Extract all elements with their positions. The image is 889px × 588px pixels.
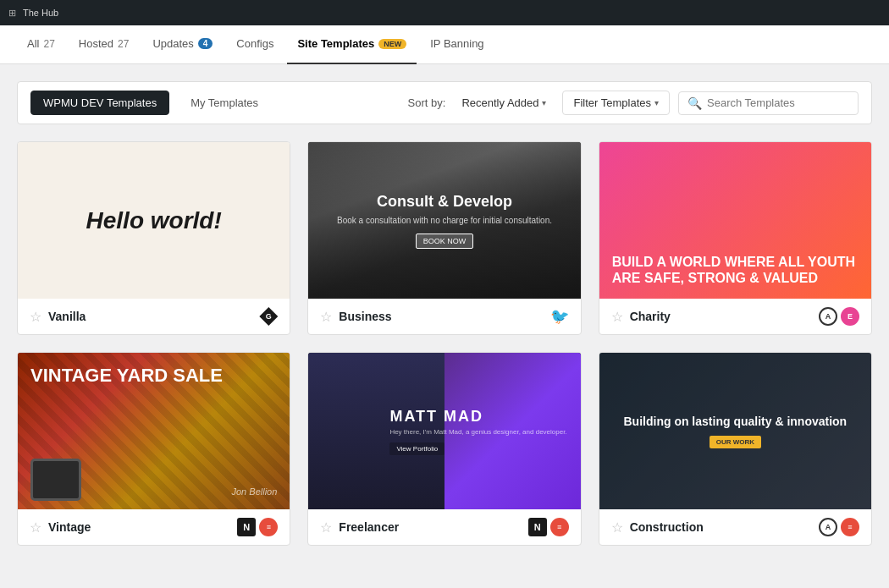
- template-card-business[interactable]: Consult & Develop Book a consultation wi…: [307, 141, 581, 335]
- card-badges-freelancer: N ≡: [528, 518, 569, 536]
- template-thumb-construction: Building on lasting quality & innovation…: [599, 353, 871, 509]
- gutenberg-icon: G: [259, 307, 278, 326]
- business-subtitle: Book a consultation with no charge for i…: [337, 216, 552, 225]
- nav-count-hosted: 27: [118, 38, 129, 50]
- n-icon-vintage: N: [237, 518, 256, 536]
- card-badges-vintage: N ≡: [237, 518, 278, 536]
- construction-btn: OUR WORK: [710, 436, 761, 448]
- avada-icon-construction: A: [819, 518, 837, 536]
- filter-templates-button[interactable]: Filter Templates ▾: [562, 91, 670, 115]
- nav-label-site-templates: Site Templates: [297, 37, 374, 50]
- template-thumb-freelancer: MATT MAD Hey there, I'm Matt Mad, a geni…: [308, 353, 580, 509]
- template-thumb-business: Consult & Develop Book a consultation wi…: [308, 142, 580, 299]
- card-name-freelancer: Freelancer: [339, 520, 521, 534]
- nav-item-site-templates[interactable]: Site Templates NEW: [287, 25, 417, 64]
- nav-item-updates[interactable]: Updates 4: [142, 25, 223, 64]
- admin-bar: ⊞ The Hub: [0, 0, 889, 25]
- vanilla-headline: Hello world!: [86, 207, 222, 234]
- nav-label-all: All: [27, 37, 39, 50]
- freelancer-content: MATT MAD Hey there, I'm Matt Mad, a geni…: [389, 408, 566, 455]
- freelancer-btn[interactable]: View Portfolio: [389, 442, 444, 455]
- template-card-construction[interactable]: Building on lasting quality & innovation…: [599, 352, 872, 546]
- nav-item-hosted[interactable]: Hosted 27: [69, 25, 140, 64]
- card-badges-vanilla: G: [259, 307, 278, 326]
- star-icon-vintage[interactable]: ☆: [30, 519, 41, 536]
- card-footer-vintage: ☆ Vintage N ≡: [18, 509, 290, 545]
- sort-dropdown[interactable]: Recently Added ▾: [454, 92, 554, 113]
- template-thumb-vanilla: Hello world!: [18, 142, 290, 299]
- construction-title: Building on lasting quality & innovation: [624, 414, 848, 429]
- search-icon: 🔍: [687, 96, 702, 110]
- template-card-vintage[interactable]: Vintage Yard Sale Jon Bellion ☆ Vintage …: [17, 352, 290, 546]
- elementor-icon: E: [841, 307, 859, 326]
- search-input[interactable]: [707, 96, 849, 109]
- construction-content: Building on lasting quality & innovation…: [599, 353, 871, 509]
- nav-label-updates: Updates: [152, 37, 193, 50]
- vintage-title: Vintage Yard Sale: [30, 365, 277, 386]
- card-name-vanilla: Vanilla: [48, 310, 252, 323]
- n-icon-freelancer: N: [528, 518, 547, 536]
- card-name-construction: Construction: [630, 520, 812, 534]
- nav-item-configs[interactable]: Configs: [226, 25, 284, 64]
- template-card-charity[interactable]: BUILD A WORLD WHERE ALL YOUTH ARE SAFE, …: [599, 141, 872, 335]
- template-thumb-charity: BUILD A WORLD WHERE ALL YOUTH ARE SAFE, …: [599, 142, 871, 299]
- card-footer-construction: ☆ Construction A ≡: [599, 509, 871, 545]
- chevron-down-icon-filter: ▾: [654, 98, 659, 107]
- business-btn: BOOK NOW: [416, 234, 474, 249]
- layers-icon-vintage: ≡: [259, 518, 278, 536]
- star-icon-construction[interactable]: ☆: [611, 519, 623, 536]
- nav-badge-updates: 4: [198, 38, 213, 49]
- sort-label: Sort by:: [408, 96, 446, 109]
- card-badges-charity: A E: [819, 307, 859, 326]
- search-box[interactable]: 🔍: [678, 91, 859, 115]
- card-footer-vanilla: ☆ Vanilla G: [18, 299, 290, 334]
- wp-logo: ⊞: [8, 8, 16, 19]
- toolbar: WPMU DEV Templates My Templates Sort by:…: [17, 81, 872, 124]
- vintage-tv-shape: [30, 459, 81, 501]
- nav-badge-new: NEW: [378, 39, 406, 49]
- card-footer-charity: ☆ Charity A E: [599, 299, 871, 334]
- filter-label: Filter Templates: [573, 96, 651, 109]
- star-icon-vanilla[interactable]: ☆: [30, 309, 41, 325]
- nav-label-ip-banning: IP Banning: [430, 37, 483, 50]
- business-title: Consult & Develop: [377, 193, 512, 211]
- card-name-business: Business: [339, 310, 543, 323]
- nav-count-all: 27: [43, 38, 54, 50]
- chevron-down-icon: ▾: [542, 98, 546, 107]
- star-icon-charity[interactable]: ☆: [611, 309, 623, 325]
- freelancer-tagline: Hey there, I'm Matt Mad, a genius design…: [389, 428, 566, 436]
- business-content: Consult & Develop Book a consultation wi…: [308, 142, 580, 299]
- nav-item-all[interactable]: All 27: [17, 25, 65, 64]
- template-card-vanilla[interactable]: Hello world! ☆ Vanilla G: [17, 141, 290, 335]
- main-nav: All 27 Hosted 27 Updates 4 Configs Site …: [0, 25, 889, 64]
- card-badges-construction: A ≡: [819, 518, 859, 536]
- template-thumb-vintage: Vintage Yard Sale Jon Bellion: [18, 353, 290, 509]
- tab-my-templates[interactable]: My Templates: [178, 91, 271, 115]
- main-content: WPMU DEV Templates My Templates Sort by:…: [0, 64, 889, 588]
- card-name-vintage: Vintage: [48, 520, 230, 534]
- tab-wpmu-dev[interactable]: WPMU DEV Templates: [30, 91, 169, 115]
- layers-icon-construction: ≡: [841, 518, 859, 536]
- charity-content: BUILD A WORLD WHERE ALL YOUTH ARE SAFE, …: [599, 142, 871, 299]
- layers-icon-freelancer: ≡: [550, 518, 569, 536]
- card-name-charity: Charity: [630, 310, 812, 323]
- avada-icon: A: [819, 307, 837, 326]
- sort-value: Recently Added: [461, 96, 538, 109]
- card-footer-business: ☆ Business 🐦: [308, 299, 580, 334]
- star-icon-freelancer[interactable]: ☆: [320, 519, 332, 536]
- nav-label-configs: Configs: [236, 37, 273, 50]
- nav-item-ip-banning[interactable]: IP Banning: [420, 25, 494, 64]
- charity-title: BUILD A WORLD WHERE ALL YOUTH ARE SAFE, …: [612, 254, 859, 286]
- card-footer-freelancer: ☆ Freelancer N ≡: [308, 509, 580, 545]
- hummingbird-icon: 🐦: [550, 307, 569, 326]
- freelancer-name: MATT MAD: [389, 408, 566, 426]
- template-grid: Hello world! ☆ Vanilla G Consult & Devel…: [17, 141, 872, 546]
- star-icon-business[interactable]: ☆: [320, 309, 332, 325]
- nav-label-hosted: Hosted: [79, 37, 113, 50]
- vintage-author: Jon Bellion: [232, 486, 278, 497]
- template-card-freelancer[interactable]: MATT MAD Hey there, I'm Matt Mad, a geni…: [307, 352, 581, 546]
- card-badges-business: 🐦: [550, 307, 569, 326]
